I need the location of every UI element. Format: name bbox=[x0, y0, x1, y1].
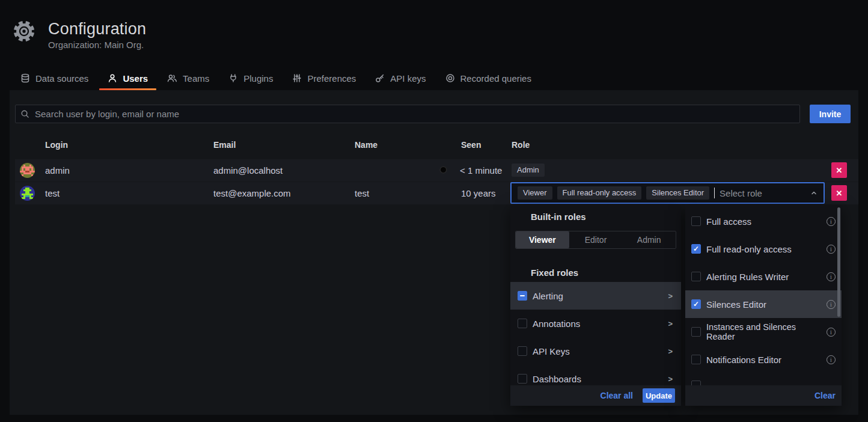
info-icon[interactable] bbox=[827, 355, 836, 364]
built-in-role-group: Viewer Editor Admin bbox=[515, 231, 676, 249]
checkbox-unchecked[interactable] bbox=[518, 374, 527, 384]
chevron-right-icon bbox=[668, 373, 673, 384]
avatar bbox=[20, 163, 35, 178]
role-group-alerting[interactable]: Alerting bbox=[510, 282, 681, 310]
role-option-full-read-only[interactable]: Full read-only access bbox=[685, 235, 842, 263]
role-option-notifications-editor[interactable]: Notifications Editor bbox=[685, 346, 842, 373]
built-in-option-admin[interactable]: Admin bbox=[622, 231, 676, 248]
info-icon[interactable] bbox=[827, 328, 836, 337]
tab-label: API keys bbox=[390, 73, 426, 84]
role-group-api-keys[interactable]: API Keys bbox=[510, 337, 681, 365]
role-menu-panel: Built-in roles Viewer Editor Admin Fixed… bbox=[510, 205, 681, 406]
fixed-roles-heading: Fixed roles bbox=[531, 268, 578, 278]
gear-icon bbox=[10, 17, 38, 47]
table-header: Login Email Name Seen Role bbox=[15, 140, 858, 153]
tab-label: Data sources bbox=[35, 73, 88, 84]
clear-link[interactable]: Clear bbox=[815, 391, 836, 400]
role-menu-footer: Clear all Update bbox=[510, 385, 681, 406]
chevron-right-icon bbox=[668, 346, 673, 356]
tab-users[interactable]: Users bbox=[98, 67, 157, 90]
page: Configuration Organization: Main Org. Da… bbox=[0, 0, 868, 422]
record-icon bbox=[445, 73, 455, 83]
chevron-up-icon[interactable] bbox=[810, 189, 818, 197]
user-icon bbox=[108, 73, 117, 83]
col-name: Name bbox=[355, 140, 377, 150]
table-row-admin: admin admin@localhost < 1 minute Admin ✕ bbox=[15, 159, 858, 182]
group-label: Dashboards bbox=[533, 374, 581, 384]
role-picker[interactable]: Viewer Full read-only access Silences Ed… bbox=[510, 182, 825, 204]
chevron-right-icon bbox=[668, 318, 673, 329]
search-icon bbox=[20, 109, 29, 118]
option-label: Instances and Silences Reader bbox=[706, 322, 827, 341]
option-label: Full access bbox=[706, 216, 751, 227]
update-button[interactable]: Update bbox=[643, 388, 675, 403]
col-role: Role bbox=[512, 140, 530, 150]
role-chip: Silences Editor bbox=[646, 186, 709, 200]
chevron-right-icon bbox=[668, 290, 673, 301]
scrollbar-thumb[interactable] bbox=[837, 207, 840, 317]
option-label: Silences Editor bbox=[706, 299, 766, 310]
page-title: Configuration bbox=[48, 20, 146, 38]
seen-cell: 10 years bbox=[461, 182, 496, 204]
remove-user-button[interactable]: ✕ bbox=[831, 185, 847, 201]
avatar bbox=[20, 186, 35, 201]
role-option-full-access[interactable]: Full access bbox=[685, 207, 842, 235]
remove-user-button[interactable]: ✕ bbox=[831, 162, 847, 178]
search-input[interactable] bbox=[34, 108, 795, 120]
users-icon bbox=[167, 73, 177, 83]
tab-label: Recorded queries bbox=[460, 73, 531, 84]
tab-bar: Data sources Users Teams Plugins Prefere… bbox=[11, 67, 541, 90]
role-submenu-footer: Clear bbox=[685, 385, 842, 406]
role-option-instances-silences-reader[interactable]: Instances and Silences Reader bbox=[685, 318, 842, 346]
key-icon bbox=[375, 73, 385, 83]
option-label: Notifications Editor bbox=[706, 355, 781, 365]
mouse-cursor bbox=[441, 167, 446, 173]
tab-label: Plugins bbox=[243, 73, 273, 84]
database-icon bbox=[20, 73, 30, 83]
option-label: Alerting Rules Writer bbox=[706, 272, 789, 282]
checkbox-indeterminate[interactable] bbox=[518, 291, 527, 301]
built-in-option-editor[interactable]: Editor bbox=[569, 231, 623, 248]
role-picker-placeholder[interactable]: Select role bbox=[720, 188, 805, 198]
email-cell: test@example.com bbox=[213, 182, 291, 204]
text-caret bbox=[714, 188, 715, 198]
invite-button[interactable]: Invite bbox=[810, 105, 851, 123]
checkbox-unchecked[interactable] bbox=[691, 216, 701, 226]
checkbox-unchecked[interactable] bbox=[691, 327, 701, 337]
built-in-option-viewer[interactable]: Viewer bbox=[516, 231, 569, 248]
tab-label: Preferences bbox=[307, 73, 356, 84]
clear-all-link[interactable]: Clear all bbox=[601, 391, 633, 400]
role-option-alerting-rules-writer[interactable]: Alerting Rules Writer bbox=[685, 263, 842, 290]
info-icon[interactable] bbox=[827, 217, 836, 226]
checkbox-unchecked[interactable] bbox=[518, 319, 527, 328]
col-email: Email bbox=[213, 140, 236, 150]
info-icon[interactable] bbox=[827, 245, 836, 254]
role-submenu-panel: Full access Full read-only access Alerti… bbox=[685, 205, 842, 406]
col-login: Login bbox=[45, 140, 68, 150]
checkbox-checked[interactable] bbox=[691, 244, 701, 254]
info-icon[interactable] bbox=[827, 272, 836, 281]
page-subtitle: Organization: Main Org. bbox=[48, 40, 144, 50]
checkbox-checked[interactable] bbox=[691, 299, 701, 309]
group-label: Alerting bbox=[533, 291, 563, 301]
checkbox-unchecked[interactable] bbox=[691, 272, 701, 281]
built-in-roles-heading: Built-in roles bbox=[531, 212, 586, 222]
role-option-silences-editor[interactable]: Silences Editor bbox=[685, 290, 842, 318]
tab-label: Users bbox=[123, 73, 148, 84]
tab-plugins[interactable]: Plugins bbox=[219, 67, 283, 90]
login-cell: test bbox=[45, 182, 60, 204]
tab-recorded-queries[interactable]: Recorded queries bbox=[436, 67, 541, 90]
checkbox-unchecked[interactable] bbox=[518, 346, 527, 356]
info-icon[interactable] bbox=[827, 300, 836, 309]
role-group-annotations[interactable]: Annotations bbox=[510, 310, 681, 337]
plug-icon bbox=[228, 73, 238, 83]
group-label: Annotations bbox=[533, 319, 580, 329]
tab-teams[interactable]: Teams bbox=[157, 67, 219, 90]
tab-data-sources[interactable]: Data sources bbox=[11, 67, 98, 90]
name-cell: test bbox=[355, 182, 369, 204]
tab-preferences[interactable]: Preferences bbox=[283, 67, 365, 90]
tab-api-keys[interactable]: API keys bbox=[365, 67, 435, 90]
email-cell: admin@localhost bbox=[213, 159, 283, 182]
checkbox-unchecked[interactable] bbox=[691, 355, 701, 364]
sliders-icon bbox=[292, 73, 302, 83]
